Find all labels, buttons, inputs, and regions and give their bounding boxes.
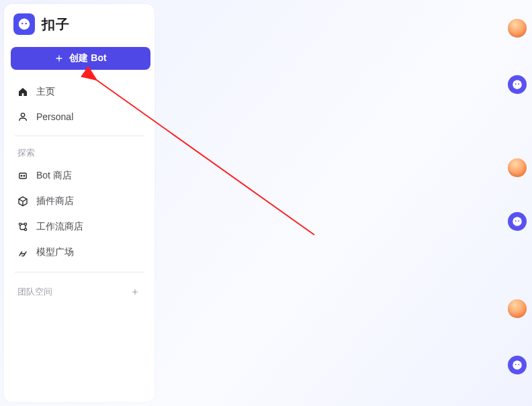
sidebar-item-home[interactable]: 主页 xyxy=(11,79,148,105)
svg-point-12 xyxy=(518,83,519,85)
svg-point-7 xyxy=(19,223,21,225)
sidebar-item-workflow-store[interactable]: 工作流商店 xyxy=(11,214,148,240)
person-icon xyxy=(17,111,28,122)
sidebar-item-plugin-store[interactable]: 插件商店 xyxy=(11,189,148,214)
svg-point-18 xyxy=(518,364,519,365)
rail-avatar-1[interactable] xyxy=(508,19,527,38)
svg-point-16 xyxy=(513,360,522,370)
svg-point-14 xyxy=(515,220,517,221)
add-team-button[interactable] xyxy=(129,286,141,298)
svg-point-5 xyxy=(21,175,22,176)
sidebar-item-label: 工作流商店 xyxy=(36,221,83,233)
create-bot-label: 创建 Bot xyxy=(69,52,106,64)
sidebar-item-label: 主页 xyxy=(36,86,55,98)
sidebar-item-label: Personal xyxy=(36,111,73,122)
rail-avatar-2[interactable] xyxy=(508,75,527,94)
svg-point-6 xyxy=(24,175,25,176)
svg-point-9 xyxy=(24,228,26,230)
home-icon xyxy=(17,87,28,97)
svg-point-13 xyxy=(513,217,522,226)
rail-avatar-6[interactable] xyxy=(508,356,527,374)
sidebar-item-label: Bot 商店 xyxy=(36,170,72,182)
team-section-label: 团队空间 xyxy=(17,286,52,298)
sidebar-item-model-plaza[interactable]: 模型广场 xyxy=(11,240,148,265)
svg-point-17 xyxy=(515,364,517,365)
brand-logo xyxy=(13,13,35,35)
plugin-store-icon xyxy=(17,196,28,207)
svg-point-8 xyxy=(24,223,26,225)
bot-store-icon xyxy=(17,170,28,181)
brand-name: 扣子 xyxy=(42,15,69,34)
svg-point-3 xyxy=(21,113,24,117)
divider xyxy=(15,136,144,136)
svg-rect-4 xyxy=(19,173,27,179)
plus-icon xyxy=(130,287,140,297)
sidebar-item-personal[interactable]: Personal xyxy=(11,105,148,129)
rail-avatar-4[interactable] xyxy=(508,212,527,231)
rail-avatar-5[interactable] xyxy=(508,299,527,318)
svg-point-11 xyxy=(515,83,517,85)
plus-icon xyxy=(54,54,64,63)
sidebar-item-label: 插件商店 xyxy=(36,195,74,207)
svg-point-15 xyxy=(518,220,519,221)
rail-avatar-3[interactable] xyxy=(508,158,527,177)
svg-point-2 xyxy=(25,23,27,25)
logo-icon xyxy=(17,17,32,32)
svg-point-1 xyxy=(21,23,24,25)
sidebar: 扣子 创建 Bot 主页 Personal 探索 Bot 商店 插件商店 xyxy=(4,4,154,402)
svg-point-10 xyxy=(513,80,522,89)
explore-section-label: 探索 xyxy=(11,144,148,163)
sidebar-item-label: 模型广场 xyxy=(36,246,74,258)
workflow-store-icon xyxy=(17,221,28,232)
create-bot-button[interactable]: 创建 Bot xyxy=(11,47,150,70)
brand-row: 扣子 xyxy=(11,13,148,35)
sidebar-item-bot-store[interactable]: Bot 商店 xyxy=(11,163,148,189)
divider xyxy=(15,272,144,272)
right-rail xyxy=(506,0,529,406)
team-section-row: 团队空间 xyxy=(11,281,148,303)
model-plaza-icon xyxy=(17,247,28,258)
